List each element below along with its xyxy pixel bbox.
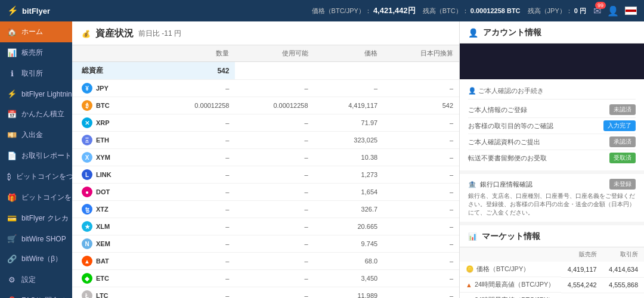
sidebar-item-8[interactable]: 🎁ビットコインをもらう [0, 187, 72, 208]
total-row: 総資産542 [72, 62, 459, 80]
sidebar-item-5[interactable]: 💴入出金 [0, 125, 72, 145]
qty-cell-3: – [156, 132, 235, 149]
table-row: ▲ BAT – – 68.0 – [72, 253, 459, 270]
verif-badge-3[interactable]: 受取済 [609, 153, 636, 163]
coin-icon-6: ● [82, 187, 92, 197]
qty-cell-1: 0.00012258 [156, 97, 235, 114]
price-cell-1: 4,419,117 [314, 97, 384, 114]
sidebar-icon-7: ₿ [7, 172, 11, 181]
coin-cell-1: ₿ BTC [72, 97, 156, 114]
price-cell-3: 323,025 [314, 132, 384, 149]
sidebar-item-4[interactable]: 📅かんたん積立 [0, 104, 72, 125]
verif-badge-1[interactable]: 入力完了 [603, 120, 636, 131]
verif-badge-0[interactable]: 未認済 [609, 104, 636, 115]
jpy-cell-1: 542 [383, 97, 459, 114]
market-ask-0: 4,419,117 [561, 262, 602, 277]
price-cell-0: – [314, 80, 384, 97]
price-cell-5: 1,273 [314, 166, 384, 184]
coin-cell-0: ¥ JPY [72, 80, 156, 97]
sidebar-icon-12: ⚙ [7, 275, 17, 284]
verif-badge-2[interactable]: 承認済 [609, 136, 636, 147]
qty-cell-4: – [156, 149, 235, 166]
sidebar-item-12[interactable]: ⚙設定 [0, 269, 72, 290]
available-cell-2: – [235, 114, 314, 132]
sidebar-item-0[interactable]: 🏠ホーム [0, 21, 72, 42]
qty-cell-6: – [156, 184, 235, 201]
verif-item-label-3: 転送不要書留郵便のお受取 [468, 154, 547, 163]
coin-name-0: JPY [96, 85, 109, 92]
sidebar-item-2[interactable]: ℹ取引所 [0, 63, 72, 84]
bank-icon: 🏦 [468, 181, 476, 188]
sidebar-item-10[interactable]: 🛒bitWire SHOP [0, 229, 72, 249]
user-icon[interactable]: 👤 [607, 5, 619, 17]
flag-icon[interactable] [625, 7, 637, 15]
market-section: 📊 マーケット情報 販売所 取引所 🪙 価格（BTC/JPY） 4,419,11… [460, 225, 644, 298]
total-label: 総資産 [72, 62, 156, 79]
sidebar-item-6[interactable]: 📄お取引レポート [0, 145, 72, 166]
price-cell-11: 3,450 [314, 270, 384, 287]
coin-cell-12: Ł LTC [72, 287, 156, 298]
topbar-right: 価格（BTC/JPY）： 4,421,442円 残高（BTC）： 0.00012… [312, 5, 637, 17]
logo: ⚡ bitFlyer [7, 5, 50, 16]
available-cell-10: – [235, 253, 314, 270]
sidebar-item-7[interactable]: ₿ビットコインをつかう [0, 166, 72, 187]
market-title: マーケット情報 [482, 231, 540, 242]
sidebar-item-3[interactable]: ⚡bitFlyer Lightning [0, 84, 72, 104]
sidebar-label-3: bitFlyer Lightning [21, 90, 72, 98]
jpy-cell-0: – [383, 80, 459, 97]
market-table: 販売所 取引所 🪙 価格（BTC/JPY） 4,419,117 4,414,63… [460, 247, 644, 298]
assets-icon: 💰 [82, 30, 91, 38]
price-cell-6: 1,654 [314, 184, 384, 201]
qty-cell-9: – [156, 235, 235, 253]
jpy-cell-5: – [383, 166, 459, 184]
topbar-btc-value: 0.00012258 BTC [470, 7, 521, 14]
sidebar-item-13[interactable]: ❓FAQ/お問合せ [0, 290, 72, 298]
qty-cell-12: – [156, 287, 235, 299]
main-panel: 💰 資産状況 前日比 -11 円 数量 使用可能 価格 日本円換算 総資産542… [72, 21, 459, 298]
coin-name-4: XYM [96, 154, 110, 161]
market-ask-1: 4,554,242 [561, 277, 602, 293]
market-row-0: 🪙 価格（BTC/JPY） 4,419,117 4,414,634 [460, 262, 644, 277]
sidebar-item-1[interactable]: 📊板売所 [0, 42, 72, 63]
account-photo [460, 44, 644, 79]
available-cell-9: – [235, 235, 314, 253]
coin-name-3: ETH [96, 136, 109, 144]
market-col-label [460, 247, 561, 262]
coin-name-1: BTC [96, 102, 110, 109]
col-coin [72, 45, 156, 62]
arrow-up-icon: ▲ [466, 281, 472, 288]
total-value: 542 [156, 62, 235, 80]
sidebar-item-9[interactable]: 💳bitFlyer クレカ [0, 208, 72, 229]
market-label-2: ▼ 24時間最安値（BTC/JPY） [460, 293, 561, 298]
jpy-cell-12: – [383, 287, 459, 299]
available-cell-7: – [235, 201, 314, 218]
col-jpy: 日本円換算 [383, 45, 459, 62]
verif-item-0: ご本人情報のご登録 未認済 [468, 102, 636, 118]
coin-cell-10: ▲ BAT [72, 253, 156, 269]
coin-icon-7: ꜩ [82, 204, 92, 215]
verif-item-1: お客様の取引目的等のご確認 入力完了 [468, 118, 636, 134]
topbar-btc-label: 残高（BTC）： 0.00012258 BTC [423, 7, 521, 15]
table-row: ✕ XRP – – 71.97 – [72, 114, 459, 132]
account-section-header: 👤 アカウント情報 [460, 21, 644, 44]
jpy-cell-2: – [383, 114, 459, 132]
sidebar-icon-5: 💴 [7, 131, 17, 139]
market-icon: 📊 [468, 232, 477, 241]
col-qty: 数量 [156, 45, 235, 62]
sidebar-label-7: ビットコインをつかう [16, 172, 72, 182]
sidebar-label-9: bitFlyer クレカ [21, 213, 69, 224]
col-price: 価格 [314, 45, 384, 62]
mail-badge: 99 [595, 2, 606, 9]
sidebar-label-6: お取引レポート [21, 151, 72, 161]
verif-item-label-0: ご本人情報のご登録 [468, 105, 527, 114]
topbar-jpy-label: 残高（JPY）： 0 円 [528, 7, 586, 15]
sidebar-label-13: FAQ/お問合せ [21, 296, 66, 298]
price-cell-9: 9.745 [314, 235, 384, 253]
jpy-cell-11: – [383, 270, 459, 287]
table-row: ¥ JPY – – – – [72, 80, 459, 97]
available-cell-11: – [235, 270, 314, 287]
mail-icon-container[interactable]: ✉ 99 [593, 5, 601, 17]
sidebar-item-11[interactable]: 🔗bitWire（β） [0, 249, 72, 269]
table-row: ● DOT – – 1,654 – [72, 184, 459, 201]
qty-cell-0: – [156, 80, 235, 97]
